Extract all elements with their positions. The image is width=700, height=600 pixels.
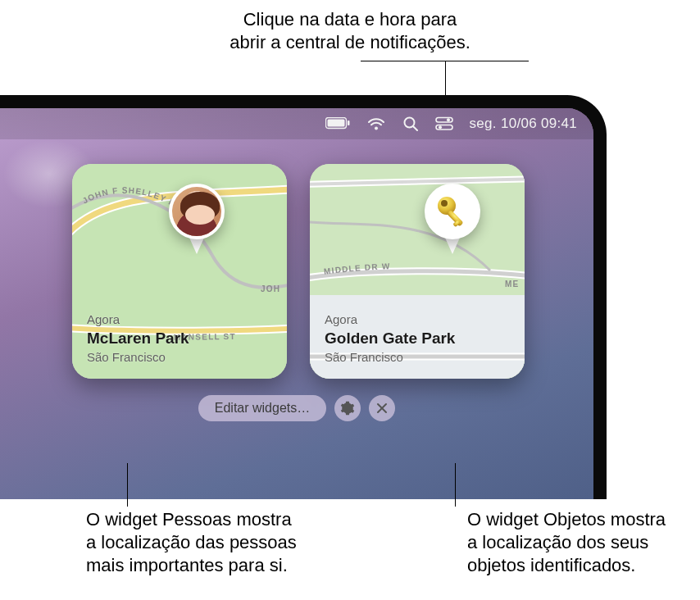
callout-leader-line [455, 463, 456, 507]
svg-point-6 [447, 118, 450, 121]
gear-icon [340, 401, 355, 416]
close-icon [376, 402, 388, 414]
callout-text: mais importantes para si. [86, 555, 288, 575]
control-center-icon[interactable] [435, 116, 453, 131]
widget-location-city: São Francisco [87, 350, 189, 364]
menu-bar-datetime[interactable]: seg. 10/06 09:41 [470, 116, 577, 132]
edit-widgets-button[interactable]: Editar widgets… [198, 395, 327, 421]
callout-text: a localização das pessoas [86, 532, 297, 552]
menu-bar: seg. 10/06 09:41 [0, 108, 593, 139]
widget-location-title: McLaren Park [87, 330, 189, 348]
widget-timestamp: Agora [325, 312, 455, 326]
wifi-icon[interactable] [366, 116, 386, 131]
avatar-icon [172, 187, 221, 236]
svg-rect-2 [348, 120, 350, 125]
search-icon[interactable] [402, 116, 419, 132]
widget-text-block: Agora Golden Gate Park São Francisco [325, 312, 455, 364]
callout-text: Clique na data e hora para [243, 9, 457, 30]
widgets-row: JOHN F SHELLEY DR JOH MANSELL ST Agora M… [72, 164, 569, 379]
callout-text: abrir a central de notificações. [230, 32, 470, 52]
road-label: JOH [261, 284, 280, 293]
widget-items[interactable]: MIDDLE DR W ME [310, 164, 525, 379]
pin-tail [445, 238, 460, 254]
widget-settings-button[interactable] [334, 395, 361, 421]
widget-timestamp: Agora [87, 312, 189, 326]
device-frame: seg. 10/06 09:41 JOHN F SHELLEY DR JOH [0, 95, 607, 499]
callout-leader-line [127, 463, 128, 507]
callout-text: a localização dos seus [467, 532, 648, 552]
widget-toolbar: Editar widgets… [0, 395, 593, 421]
svg-point-3 [404, 118, 414, 128]
callout-text: O widget Pessoas mostra [86, 509, 292, 530]
callout-text: objetos identificados. [467, 555, 635, 575]
svg-line-4 [413, 127, 417, 131]
widget-location-title: Golden Gate Park [325, 330, 455, 348]
callout-people-widget: O widget Pessoas mostra a localização da… [86, 508, 297, 577]
battery-icon[interactable] [325, 117, 350, 130]
callout-text: O widget Objetos mostra [467, 509, 666, 530]
widget-location-city: São Francisco [325, 350, 455, 364]
widget-people[interactable]: JOHN F SHELLEY DR JOH MANSELL ST Agora M… [72, 164, 287, 379]
svg-rect-1 [327, 120, 344, 127]
key-icon [433, 192, 472, 231]
item-pin[interactable] [425, 184, 480, 239]
road-label: ME [505, 280, 519, 289]
callout-items-widget: O widget Objetos mostra a localização do… [467, 508, 666, 577]
widget-close-button[interactable] [369, 395, 395, 421]
pin-tail [189, 238, 204, 254]
widget-text-block: Agora McLaren Park São Francisco [87, 312, 189, 364]
person-pin[interactable] [169, 184, 225, 239]
callout-datetime: Clique na data e hora para abrir a centr… [0, 8, 700, 54]
svg-point-16 [441, 200, 448, 207]
svg-point-8 [439, 125, 442, 129]
